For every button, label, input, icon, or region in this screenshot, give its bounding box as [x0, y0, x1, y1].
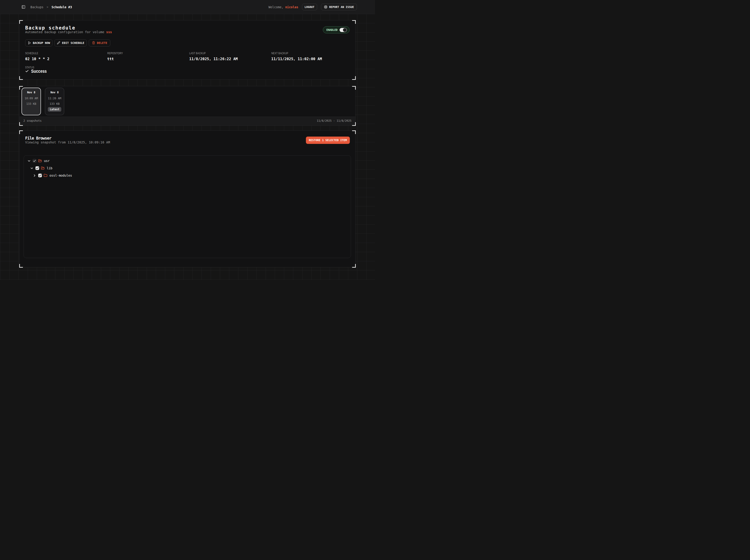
file-browser-subtitle: Viewing snapshot from 11/8/2025, 10:09:1…	[25, 140, 350, 144]
latest-badge: Latest	[48, 107, 62, 112]
corner-bracket	[352, 76, 356, 80]
check-icon	[33, 159, 36, 163]
checkbox-usr[interactable]	[33, 159, 36, 163]
tree-label: lib	[47, 166, 53, 170]
folder-icon-wrap	[44, 174, 47, 177]
breadcrumb: Backups > Schedule #3	[25, 5, 72, 9]
tree-row-usr[interactable]: usr	[24, 157, 351, 164]
restore-button[interactable]: RESTORE 1 SELECTED ITEM	[306, 137, 350, 144]
snapshot-card-latest[interactable]: Nov 8 11:26 AM 133 KB Latest	[45, 87, 64, 115]
toggle-switch[interactable]	[339, 28, 347, 32]
field-value: 11/11/2025, 11:02:00 AM	[271, 57, 354, 61]
chevron-down-icon	[27, 159, 31, 163]
field-label: LAST BACKUP	[189, 52, 206, 55]
checkbox-ossl-modules[interactable]	[38, 174, 42, 177]
snapshot-date: Nov 8	[50, 91, 59, 94]
file-browser-panel: File Browser Viewing snapshot from 11/8/…	[19, 131, 356, 267]
button-label: DELETE	[97, 41, 107, 45]
toggle-label: ENABLED	[327, 28, 337, 32]
volume-name: sss	[106, 30, 112, 34]
folder-open-icon	[41, 166, 45, 170]
field-value: ttt	[107, 57, 190, 61]
field-repository: REPOSITORY ttt	[107, 51, 190, 61]
field-label: REPOSITORY	[107, 52, 123, 55]
corner-bracket	[352, 86, 356, 90]
trash-icon	[92, 41, 95, 44]
play-icon-wrap	[28, 41, 31, 45]
folder-icon-wrap	[38, 159, 42, 163]
snapshot-size: 133 KB	[26, 102, 36, 105]
toggle-knob	[343, 28, 347, 32]
corner-bracket	[352, 122, 356, 126]
panel-left-icon	[21, 5, 25, 9]
field-schedule: SCHEDULE 02 10 * * 2	[25, 51, 107, 61]
field-next-backup: NEXT BACKUP 11/11/2025, 11:02:00 AM	[271, 51, 354, 61]
trash-icon-wrap	[92, 41, 95, 44]
report-issue-button[interactable]: REPORT AN ISSUE	[321, 4, 357, 10]
corner-bracket	[19, 20, 23, 24]
backup-now-button[interactable]: BACKUP NOW	[25, 39, 53, 46]
file-tree: usr lib ossl-modules	[24, 155, 351, 258]
welcome-text: Welcome, nicolas	[269, 5, 298, 9]
check-icon	[36, 166, 39, 170]
snapshot-card-selected[interactable]: Nov 8 10:09 AM 133 KB	[21, 87, 41, 115]
corner-bracket	[19, 86, 23, 90]
logout-button[interactable]: LOGOUT	[302, 4, 317, 10]
top-bar: Backups > Schedule #3 Welcome, nicolas L…	[0, 0, 375, 14]
snapshot-count: 2 snapshots	[23, 119, 41, 122]
lifebuoy-icon	[324, 5, 328, 9]
pencil-icon-wrap	[57, 41, 60, 44]
edit-schedule-button[interactable]: EDIT SCHEDULE	[55, 39, 87, 46]
snapshots-footer: 2 snapshots 11/8/2025 - 11/8/2025	[19, 117, 355, 125]
snapshot-date-range: 11/8/2025 - 11/8/2025	[317, 119, 351, 122]
field-value: 02 10 * * 2	[25, 57, 107, 61]
folder-icon	[44, 174, 47, 177]
snapshot-size: 133 KB	[50, 102, 59, 105]
sidebar-toggle-button[interactable]	[21, 5, 25, 9]
delete-button[interactable]: DELETE	[89, 39, 110, 46]
checkbox-lib[interactable]	[36, 166, 39, 170]
field-status: STATUS Success	[25, 65, 107, 73]
panel-subtitle: Automated backup configuration for volum…	[25, 30, 350, 34]
breadcrumb-backups[interactable]: Backups	[31, 5, 43, 9]
folder-open-icon	[38, 159, 42, 163]
field-label: NEXT BACKUP	[271, 52, 288, 55]
corner-bracket	[19, 76, 23, 80]
tree-row-ossl-modules[interactable]: ossl-modules	[24, 172, 351, 179]
tree-label: usr	[44, 159, 50, 163]
username: nicolas	[285, 5, 298, 9]
snapshot-date: Nov 8	[27, 91, 35, 94]
enabled-toggle[interactable]: ENABLED	[323, 26, 350, 34]
pencil-icon	[57, 41, 60, 44]
tree-expander[interactable]	[33, 174, 36, 177]
breadcrumb-current-page: Schedule #3	[52, 5, 72, 9]
field-last-backup: LAST BACKUP 11/8/2025, 11:26:22 AM	[189, 51, 271, 61]
corner-bracket	[19, 264, 23, 268]
corner-bracket	[19, 122, 23, 126]
tree-expander[interactable]	[30, 166, 34, 170]
corner-bracket	[352, 264, 356, 268]
tree-expander[interactable]	[27, 159, 31, 163]
corner-bracket	[19, 131, 23, 134]
field-value: 11/8/2025, 11:26:22 AM	[189, 57, 271, 61]
tree-row-lib[interactable]: lib	[24, 164, 351, 172]
check-icon	[25, 69, 29, 73]
tree-label: ossl-modules	[50, 174, 72, 177]
snapshots-panel: Nov 8 10:09 AM 133 KB Nov 8 11:26 AM 133…	[19, 86, 356, 125]
chevron-right-icon	[33, 174, 36, 178]
snapshot-time: 11:26 AM	[48, 97, 61, 100]
snapshot-time: 10:09 AM	[25, 97, 38, 100]
main-content: Backup schedule Automated backup configu…	[0, 14, 375, 280]
status-value: Success	[31, 69, 47, 73]
breadcrumb-separator: >	[47, 5, 48, 9]
button-label: REPORT AN ISSUE	[329, 5, 354, 9]
corner-bracket	[352, 20, 356, 24]
field-label: SCHEDULE	[25, 52, 38, 55]
welcome-prefix: Welcome,	[269, 5, 283, 9]
button-label: BACKUP NOW	[33, 41, 50, 45]
folder-icon-wrap	[41, 166, 45, 170]
backup-schedule-panel: Backup schedule Automated backup configu…	[19, 20, 356, 80]
chevron-down-icon	[30, 166, 34, 170]
corner-bracket	[352, 131, 356, 134]
check-icon	[38, 174, 42, 177]
